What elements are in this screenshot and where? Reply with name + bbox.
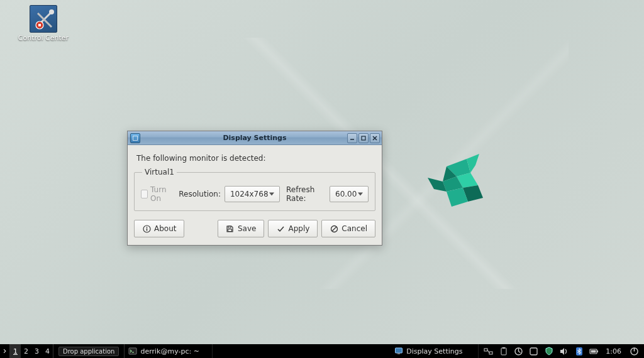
drop-application-label: Drop application — [58, 347, 119, 356]
workspace-4[interactable]: 4 — [42, 344, 53, 358]
taskbar: 1 2 3 4 Drop application derrik@my-pc: ~… — [0, 344, 644, 358]
svg-rect-38 — [597, 350, 599, 352]
cancel-label: Cancel — [341, 224, 367, 233]
workspace-2[interactable]: 2 — [21, 344, 31, 358]
terminal-icon — [128, 347, 137, 355]
desktop-icon-control-center[interactable]: Control Center — [15, 5, 72, 42]
svg-marker-7 — [428, 178, 447, 192]
apply-label: Apply — [288, 224, 309, 233]
svg-marker-35 — [560, 348, 564, 355]
checkbox-box — [141, 190, 148, 198]
turn-on-checkbox: Turn On — [141, 185, 172, 203]
task-terminal-label: derrik@my-pc: ~ — [140, 347, 199, 355]
desktop-icon-label: Control Center — [15, 34, 72, 42]
save-label: Save — [238, 224, 256, 233]
shield-icon[interactable] — [544, 347, 553, 356]
battery-icon[interactable] — [589, 347, 599, 356]
info-icon — [142, 224, 151, 233]
window-body: The following monitor is detected: Virtu… — [128, 145, 382, 245]
svg-rect-27 — [397, 354, 400, 355]
svg-rect-26 — [396, 348, 402, 353]
svg-rect-28 — [484, 349, 487, 351]
cancel-icon — [330, 224, 338, 233]
display-icon — [394, 347, 403, 355]
about-label: About — [154, 224, 176, 233]
svg-marker-6 — [467, 154, 479, 173]
wallpaper-bird — [421, 148, 497, 217]
svg-rect-21 — [228, 229, 232, 232]
maximize-button[interactable] — [358, 133, 369, 143]
task-terminal[interactable]: derrik@my-pc: ~ — [125, 344, 213, 358]
network-icon[interactable] — [484, 347, 493, 356]
updater-icon[interactable] — [514, 347, 523, 356]
svg-marker-1 — [443, 166, 457, 182]
svg-rect-14 — [362, 136, 365, 140]
about-button[interactable]: About — [134, 220, 184, 237]
svg-rect-12 — [38, 24, 41, 26]
help-icon[interactable] — [529, 347, 538, 356]
task-display-settings[interactable]: Display Settings — [391, 344, 479, 358]
clock[interactable]: 1:06 — [604, 347, 624, 355]
refresh-rate-value: 60.00 — [335, 190, 357, 198]
monitor-name: Virtual1 — [142, 168, 177, 176]
start-menu-button[interactable] — [0, 344, 10, 358]
drop-application-area[interactable]: Drop application — [53, 344, 125, 358]
svg-rect-32 — [502, 347, 505, 349]
display-settings-app-icon — [130, 133, 140, 143]
system-tray: 1:06 — [479, 344, 644, 358]
display-settings-window: Display Settings The following monitor i… — [127, 131, 382, 246]
svg-rect-34 — [530, 348, 537, 355]
svg-marker-2 — [457, 173, 478, 188]
bluetooth-icon[interactable] — [574, 347, 584, 356]
workspace-3[interactable]: 3 — [31, 344, 42, 358]
control-center-icon — [30, 5, 57, 33]
save-icon — [226, 224, 235, 233]
svg-point-18 — [146, 226, 147, 227]
save-button[interactable]: Save — [218, 220, 264, 237]
apply-button[interactable]: Apply — [268, 220, 318, 237]
close-button[interactable] — [370, 133, 380, 143]
workspace-switcher: 1 2 3 4 — [10, 344, 53, 358]
refresh-rate-label: Refresh Rate: — [286, 185, 326, 203]
svg-rect-31 — [501, 348, 506, 355]
minimize-button[interactable] — [347, 133, 357, 143]
clipboard-icon[interactable] — [499, 347, 508, 356]
detected-monitor-text: The following monitor is detected: — [136, 154, 374, 163]
resolution-select[interactable]: 1024x768 — [225, 186, 280, 202]
task-display-settings-label: Display Settings — [406, 347, 462, 355]
workspace-1[interactable]: 1 — [10, 344, 21, 358]
resolution-value: 1024x768 — [230, 190, 269, 198]
volume-icon[interactable] — [559, 347, 569, 356]
svg-line-23 — [332, 227, 336, 231]
svg-rect-39 — [591, 350, 596, 352]
monitor-group: Virtual1 Turn On Resolution: 1024x768 Re… — [134, 168, 375, 211]
turn-on-label: Turn On — [150, 185, 172, 203]
logout-icon[interactable] — [630, 347, 639, 356]
refresh-rate-select[interactable]: 60.00 — [330, 186, 369, 202]
resolution-label: Resolution: — [179, 190, 221, 198]
svg-rect-29 — [489, 352, 492, 354]
window-title: Display Settings — [128, 134, 382, 142]
svg-rect-20 — [228, 226, 231, 228]
svg-marker-0 — [447, 159, 470, 176]
svg-marker-4 — [463, 185, 483, 202]
cancel-button[interactable]: Cancel — [321, 220, 375, 237]
svg-marker-5 — [447, 188, 468, 207]
svg-point-10 — [49, 9, 54, 14]
svg-rect-24 — [129, 348, 136, 354]
check-icon — [276, 224, 285, 233]
titlebar[interactable]: Display Settings — [128, 131, 382, 145]
svg-marker-3 — [443, 176, 463, 192]
